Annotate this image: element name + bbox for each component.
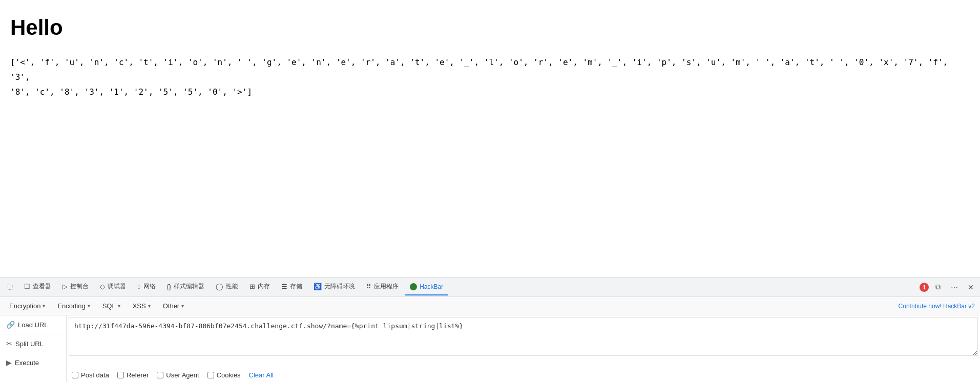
tab-application-label: 应用程序 — [374, 282, 399, 291]
cookies-label: Cookies — [217, 371, 241, 379]
xss-arrow-icon: ▾ — [148, 303, 151, 309]
storage-icon: ☰ — [281, 283, 287, 290]
encryption-label: Encryption — [9, 302, 40, 310]
devtools-container: ⬚ ☐ 查看器 ▷ 控制台 ◇ 调试器 ↕ 网络 {} 样式编辑器 ◯ 性能 ⊞ — [0, 277, 980, 382]
ellipsis-icon: ⋯ — [951, 283, 958, 291]
tab-console[interactable]: ▷ 控制台 — [57, 279, 94, 295]
error-indicator[interactable]: 1 — [920, 283, 929, 292]
inspector-icon: ☐ — [24, 283, 30, 290]
execute-button[interactable]: ▶ Execute — [0, 353, 66, 372]
sql-label: SQL — [102, 302, 116, 310]
user-agent-checkbox-label[interactable]: User Agent — [157, 371, 199, 379]
contribute-link[interactable]: Contribute now! HackBar v2 — [899, 303, 975, 310]
tab-application[interactable]: ⠿ 应用程序 — [361, 279, 404, 295]
execute-label: Execute — [15, 359, 39, 367]
hackbar-bottom-toolbar: Post data Referer User Agent Cookies Cle… — [67, 368, 980, 382]
execute-icon: ▶ — [6, 358, 12, 367]
tab-inspector-label: 查看器 — [33, 282, 51, 291]
referer-label: Referer — [127, 371, 149, 379]
other-label: Other — [163, 302, 180, 310]
user-agent-label: User Agent — [166, 371, 199, 379]
tab-memory-label: 内存 — [258, 282, 270, 291]
sql-arrow-icon: ▾ — [118, 303, 120, 309]
output-line-2: '8', 'c', '8', '3', '1', '2', '5', '5', … — [10, 85, 970, 100]
more-options-button[interactable]: ⋯ — [947, 280, 962, 294]
referer-checkbox-label[interactable]: Referer — [117, 371, 149, 379]
url-input-area — [67, 315, 980, 368]
cursor-icon: ⬚ — [7, 283, 13, 290]
style-editor-icon: {} — [167, 283, 172, 290]
tab-debugger[interactable]: ◇ 调试器 — [95, 279, 131, 295]
tab-network[interactable]: ↕ 网络 — [132, 279, 161, 295]
clear-all-button[interactable]: Clear All — [249, 371, 274, 379]
tab-accessibility[interactable]: ♿ 无障碍环境 — [308, 279, 360, 295]
tab-storage[interactable]: ☰ 存储 — [276, 279, 307, 295]
page-title: Hello — [10, 15, 970, 40]
sql-dropdown[interactable]: SQL ▾ — [98, 301, 124, 311]
main-content: Hello ['<', 'f', 'u', 'n', 'c', 't', 'i'… — [0, 0, 980, 189]
post-data-checkbox[interactable] — [72, 372, 78, 378]
memory-icon: ⊞ — [249, 283, 255, 290]
tab-style-editor[interactable]: {} 样式编辑器 — [162, 279, 210, 295]
tab-memory[interactable]: ⊞ 内存 — [244, 279, 275, 295]
tab-console-label: 控制台 — [70, 282, 89, 291]
split-url-label: Split URL — [15, 340, 44, 348]
cookies-checkbox-label[interactable]: Cookies — [207, 371, 241, 379]
encoding-arrow-icon: ▾ — [88, 303, 90, 309]
encoding-dropdown[interactable]: Encoding ▾ — [53, 301, 94, 311]
xss-dropdown[interactable]: XSS ▾ — [129, 301, 155, 311]
hackbar-left-panel: 🔗 Load URL ✂ Split URL ▶ Execute — [0, 315, 67, 382]
user-agent-checkbox[interactable] — [157, 372, 163, 378]
console-icon: ▷ — [62, 283, 68, 290]
xss-label: XSS — [133, 302, 146, 310]
close-devtools-button[interactable]: ✕ — [964, 280, 978, 294]
tab-inspector[interactable]: ☐ 查看器 — [19, 279, 56, 295]
accessibility-icon: ♿ — [314, 283, 322, 290]
devtools-tab-bar: ⬚ ☐ 查看器 ▷ 控制台 ◇ 调试器 ↕ 网络 {} 样式编辑器 ◯ 性能 ⊞ — [0, 278, 980, 297]
network-icon: ↕ — [137, 283, 141, 290]
hackbar-dot-icon — [410, 283, 417, 290]
hackbar-main-content: 🔗 Load URL ✂ Split URL ▶ Execute Post da… — [0, 315, 980, 382]
tab-inspect-icon[interactable]: ⬚ — [2, 279, 18, 295]
post-data-checkbox-label[interactable]: Post data — [72, 371, 109, 379]
undock-button[interactable]: ⧉ — [931, 280, 945, 294]
tab-style-editor-label: 样式编辑器 — [174, 282, 204, 291]
referer-checkbox[interactable] — [117, 372, 124, 378]
tab-accessibility-label: 无障碍环境 — [324, 282, 355, 291]
performance-icon: ◯ — [216, 283, 223, 290]
tab-storage-label: 存储 — [290, 282, 302, 291]
application-icon: ⠿ — [366, 283, 371, 290]
code-output: ['<', 'f', 'u', 'n', 'c', 't', 'i', 'o',… — [10, 55, 970, 99]
tab-performance[interactable]: ◯ 性能 — [211, 279, 243, 295]
tab-performance-label: 性能 — [226, 282, 238, 291]
output-line-1: ['<', 'f', 'u', 'n', 'c', 't', 'i', 'o',… — [10, 55, 970, 85]
tab-hackbar-label: HackBar — [420, 283, 443, 290]
url-input[interactable] — [69, 317, 978, 356]
encoding-label: Encoding — [57, 302, 85, 310]
error-badge: 1 — [920, 283, 929, 292]
hackbar-right-panel: Post data Referer User Agent Cookies Cle… — [67, 315, 980, 382]
load-url-button[interactable]: 🔗 Load URL — [0, 315, 66, 334]
tab-network-label: 网络 — [143, 282, 156, 291]
load-url-icon: 🔗 — [6, 321, 15, 329]
hackbar-toolbar: Encryption ▾ Encoding ▾ SQL ▾ XSS ▾ Othe… — [0, 297, 980, 315]
undock-icon: ⧉ — [935, 283, 941, 291]
split-url-icon: ✂ — [6, 339, 12, 348]
close-icon: ✕ — [968, 283, 974, 291]
load-url-label: Load URL — [18, 321, 48, 329]
cookies-checkbox[interactable] — [207, 372, 214, 378]
devtools-right-controls: 1 ⧉ ⋯ ✕ — [920, 280, 978, 294]
other-dropdown[interactable]: Other ▾ — [159, 301, 189, 311]
encryption-arrow-icon: ▾ — [43, 303, 45, 309]
encryption-dropdown[interactable]: Encryption ▾ — [5, 301, 49, 311]
post-data-label: Post data — [81, 371, 109, 379]
tab-hackbar[interactable]: HackBar — [405, 279, 448, 295]
tab-debugger-label: 调试器 — [108, 282, 126, 291]
other-arrow-icon: ▾ — [181, 303, 184, 309]
debugger-icon: ◇ — [100, 283, 105, 290]
split-url-button[interactable]: ✂ Split URL — [0, 334, 66, 353]
